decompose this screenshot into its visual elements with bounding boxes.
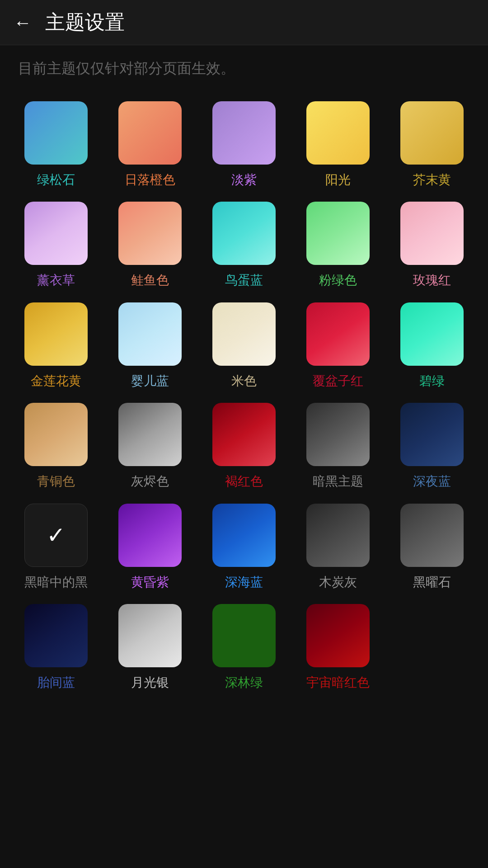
theme-swatch-black-dark: ✓ (24, 504, 88, 567)
theme-label-raspberry: 覆盆子红 (313, 373, 363, 389)
theme-label-rose-red: 玫瑰红 (413, 272, 451, 288)
theme-label-dark-theme: 暗黑主题 (313, 473, 363, 490)
theme-swatch-raspberry (306, 302, 370, 366)
theme-item-bronze[interactable]: 青铜色 (9, 398, 103, 499)
theme-item-moonlight-silver[interactable]: 月光银 (103, 599, 197, 700)
theme-item-forest-green[interactable]: 深林绿 (197, 599, 291, 700)
theme-label-cream: 米色 (231, 373, 257, 389)
theme-item-cream[interactable]: 米色 (197, 298, 291, 398)
theme-item-black-dark[interactable]: ✓黑暗中的黑 (9, 499, 103, 599)
theme-label-deep-sea-blue: 深海蓝 (225, 574, 263, 590)
theme-label-lavender-light: 淡紫 (231, 172, 257, 188)
theme-item-turquoise[interactable]: 绿松石 (9, 97, 103, 197)
theme-item-salmon[interactable]: 鲑鱼色 (103, 197, 197, 297)
theme-label-jade: 碧绿 (419, 373, 445, 389)
theme-item-mustard[interactable]: 芥末黄 (385, 97, 479, 197)
theme-swatch-salmon (118, 202, 182, 265)
theme-swatch-moonlight-silver (118, 604, 182, 667)
theme-label-lavender2: 薰衣草 (37, 272, 75, 288)
theme-swatch-obsidian (400, 504, 464, 567)
theme-item-sunset-orange[interactable]: 日落橙色 (103, 97, 197, 197)
back-button[interactable]: ← (14, 14, 32, 32)
theme-item-jade[interactable]: 碧绿 (385, 298, 479, 398)
theme-swatch-mint (306, 202, 370, 265)
theme-swatch-universe-red (306, 604, 370, 667)
theme-swatch-navy (400, 403, 464, 466)
theme-swatch-gray-ash (118, 403, 182, 466)
theme-item-dark-theme[interactable]: 暗黑主题 (291, 398, 385, 499)
theme-swatch-egg-blue (212, 202, 276, 265)
theme-label-charcoal: 木炭灰 (319, 574, 357, 590)
theme-swatch-turquoise (24, 101, 88, 165)
theme-swatch-mustard (400, 101, 464, 165)
theme-item-lavender2[interactable]: 薰衣草 (9, 197, 103, 297)
theme-item-obsidian[interactable]: 黑曜石 (385, 499, 479, 599)
theme-swatch-sunshine (306, 101, 370, 165)
theme-label-navy: 深夜蓝 (413, 473, 451, 490)
theme-label-turquoise: 绿松石 (37, 172, 75, 188)
theme-swatch-lavender-light (212, 101, 276, 165)
theme-swatch-bronze (24, 403, 88, 466)
theme-swatch-deep-blue (24, 604, 88, 667)
theme-swatch-forest-green (212, 604, 276, 667)
theme-label-moonlight-silver: 月光银 (131, 675, 169, 691)
theme-label-forest-green: 深林绿 (225, 675, 263, 691)
theme-item-gray-ash[interactable]: 灰烬色 (103, 398, 197, 499)
theme-swatch-lavender2 (24, 202, 88, 265)
theme-swatch-baby-blue (118, 302, 182, 366)
theme-label-mint: 粉绿色 (319, 272, 357, 288)
theme-item-baby-blue[interactable]: 婴儿蓝 (103, 298, 197, 398)
theme-item-universe-red[interactable]: 宇宙暗红色 (291, 599, 385, 700)
theme-label-sunset-orange: 日落橙色 (125, 172, 175, 188)
theme-label-mustard: 芥末黄 (413, 172, 451, 188)
theme-label-obsidian: 黑曜石 (413, 574, 451, 590)
theme-swatch-golden (24, 302, 88, 366)
theme-item-egg-blue[interactable]: 鸟蛋蓝 (197, 197, 291, 297)
theme-swatch-rose-red (400, 202, 464, 265)
theme-swatch-charcoal (306, 504, 370, 567)
theme-label-dusk-purple: 黄昏紫 (131, 574, 169, 590)
theme-swatch-dusk-purple (118, 504, 182, 567)
theme-item-sunshine[interactable]: 阳光 (291, 97, 385, 197)
theme-label-salmon: 鲑鱼色 (131, 272, 169, 288)
theme-label-gray-ash: 灰烬色 (131, 473, 169, 490)
theme-label-sunshine: 阳光 (325, 172, 351, 188)
theme-label-deep-blue: 胎间蓝 (37, 675, 75, 691)
theme-item-dusk-purple[interactable]: 黄昏紫 (103, 499, 197, 599)
themes-grid: 绿松石日落橙色淡紫阳光芥末黄薰衣草鲑鱼色鸟蛋蓝粉绿色玫瑰红金莲花黄婴儿蓝米色覆盆… (0, 92, 488, 704)
selected-checkmark: ✓ (47, 522, 66, 548)
theme-label-golden: 金莲花黄 (31, 373, 81, 389)
theme-label-bronze: 青铜色 (37, 473, 75, 490)
theme-swatch-cream (212, 302, 276, 366)
theme-item-crimson[interactable]: 褐红色 (197, 398, 291, 499)
theme-label-black-dark: 黑暗中的黑 (24, 574, 88, 590)
theme-label-crimson: 褐红色 (225, 473, 263, 490)
theme-label-universe-red: 宇宙暗红色 (306, 675, 370, 691)
header: ← 主题设置 (0, 0, 488, 45)
theme-item-golden[interactable]: 金莲花黄 (9, 298, 103, 398)
theme-item-deep-blue[interactable]: 胎间蓝 (9, 599, 103, 700)
theme-label-baby-blue: 婴儿蓝 (131, 373, 169, 389)
theme-swatch-deep-sea-blue (212, 504, 276, 567)
theme-item-navy[interactable]: 深夜蓝 (385, 398, 479, 499)
theme-swatch-sunset-orange (118, 101, 182, 165)
theme-item-deep-sea-blue[interactable]: 深海蓝 (197, 499, 291, 599)
notice-text: 目前主题仅仅针对部分页面生效。 (0, 45, 488, 92)
theme-swatch-crimson (212, 403, 276, 466)
theme-label-egg-blue: 鸟蛋蓝 (225, 272, 263, 288)
theme-item-rose-red[interactable]: 玫瑰红 (385, 197, 479, 297)
theme-item-raspberry[interactable]: 覆盆子红 (291, 298, 385, 398)
theme-swatch-jade (400, 302, 464, 366)
theme-item-charcoal[interactable]: 木炭灰 (291, 499, 385, 599)
theme-swatch-dark-theme (306, 403, 370, 466)
page-title: 主题设置 (45, 9, 125, 36)
theme-item-mint[interactable]: 粉绿色 (291, 197, 385, 297)
theme-item-lavender-light[interactable]: 淡紫 (197, 97, 291, 197)
